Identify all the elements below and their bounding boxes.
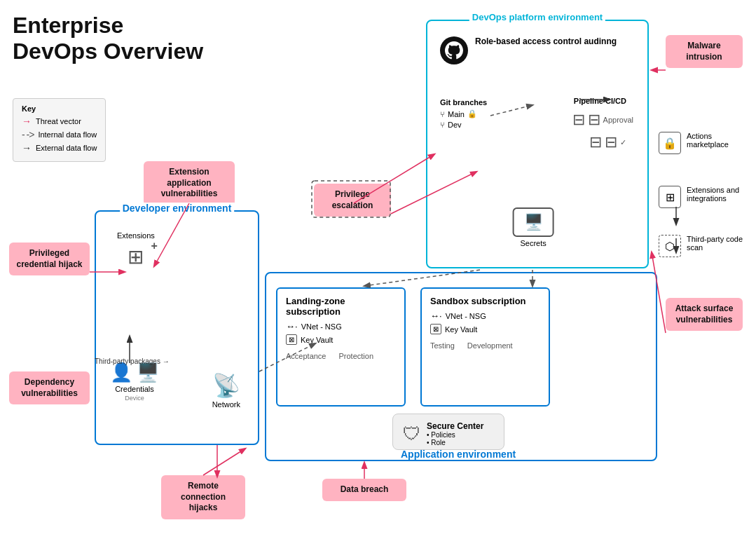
sandbox-keyvault: ⊠ Key Vault	[430, 324, 540, 334]
network-section: 📡 Network	[212, 372, 240, 409]
threat-dependency: Dependency vulnerabilities	[9, 371, 90, 404]
secure-center-policies: • Policies	[427, 431, 483, 439]
device-section: 👤 🖥️ Credentials Device	[110, 362, 159, 402]
third-party-code-scan: ⬡ Third-party code scan	[659, 235, 756, 257]
dev-branch: ⑂Dev	[440, 121, 487, 129]
page-title: Enterprise DevOps Overview	[13, 13, 203, 64]
devops-platform-environment: DevOps platform environment Role-based a…	[426, 20, 649, 268]
external-flow-icon: →	[22, 142, 32, 153]
application-environment: Application environment Landing-zone sub…	[265, 272, 657, 461]
landing-keyvault: ⊠ Key Vault	[286, 334, 396, 345]
legend-title: Key	[22, 104, 97, 113]
svg-line-7	[203, 449, 245, 475]
shield-icon: 🛡	[403, 423, 421, 445]
threat-data-breach: Data breach	[322, 479, 406, 501]
secure-center: 🛡 Secure Center • Policies • Role	[392, 414, 504, 450]
rbac-text: Role-based access control audinng	[475, 36, 617, 48]
pipeline-icons-top: ⊟ ⊟ Approval	[572, 111, 633, 129]
extensions-integrations-icon: ⊞	[659, 186, 681, 208]
landing-labels: Acceptance Protection	[286, 352, 396, 360]
pipeline-label: Pipeline CI/CD	[574, 97, 626, 105]
threat-attack-surface: Attack surface vulnerabilities	[666, 298, 743, 331]
pipeline-cylinder-1: ⊟	[572, 111, 585, 129]
main-branch: ⑂Main🔒	[440, 109, 487, 118]
pipeline-cylinder-3: ⊟	[589, 133, 602, 151]
actions-marketplace: 🔒 Actions marketplace	[659, 132, 756, 154]
landing-vnet: ↔· VNet - NSG	[286, 321, 396, 332]
threat-extension-app: Extension application vulnerabilities	[144, 161, 235, 205]
secure-center-role: • Role	[427, 439, 483, 446]
third-party-code-scan-icon: ⬡	[659, 235, 681, 257]
third-party-packages-label: Third-party packages →	[95, 357, 170, 365]
vnet-icon: ↔·	[286, 321, 298, 332]
keyvault-icon: ⊠	[286, 334, 297, 345]
secrets-icon: 🖥️	[524, 213, 543, 231]
sandbox-labels: Testing Development	[430, 341, 540, 350]
sandbox-keyvault-icon: ⊠	[430, 324, 441, 334]
sandbox-vnet: ↔· VNet - NSG	[430, 310, 540, 321]
sandbox-vnet-icon: ↔·	[430, 310, 442, 321]
threat-privileged-credential: Privileged credential hijack	[9, 243, 90, 275]
git-branches: Git branches ⑂Main🔒 ⑂Dev	[440, 98, 487, 129]
extensions-section: Extensions ⊞ +	[117, 231, 155, 271]
sandbox-subscription: Sandbox subscription ↔· VNet - NSG ⊠ Key…	[420, 287, 550, 407]
legend-threat-vector: → Threat vector	[22, 116, 97, 127]
rbac-section: Role-based access control audinng	[440, 36, 617, 64]
threat-vector-icon: →	[22, 116, 32, 127]
threat-privilege-escalation: Privilege escalation	[314, 184, 391, 217]
extensions-integrations: ⊞ Extensions and integrations	[659, 186, 756, 208]
secure-center-content: 🛡 Secure Center • Policies • Role	[403, 421, 494, 446]
pipeline-cylinder-2: ⊟	[588, 111, 600, 129]
threat-malware: Malware intrusion	[666, 35, 743, 68]
legend-internal-flow: - -> Internal data flow	[22, 129, 97, 140]
pipeline-icons-bottom: ⊟ ⊟ ✓	[589, 133, 626, 151]
github-logo	[440, 36, 468, 64]
internal-flow-icon: - ->	[22, 129, 34, 140]
extensions-icon: ⊞	[128, 245, 144, 268]
pipeline-cylinder-4: ⊟	[605, 133, 617, 151]
network-icon: 📡	[212, 373, 240, 398]
landing-zone-subscription: Landing-zone subscription ↔· VNet - NSG …	[276, 287, 406, 407]
actions-marketplace-icon: 🔒	[659, 132, 681, 154]
threat-remote-connection: Remote connection hijacks	[161, 475, 245, 519]
legend-box: Key → Threat vector - -> Internal data f…	[13, 98, 106, 162]
legend-external-flow: → External data flow	[22, 142, 97, 153]
developer-environment: Developer environment Extensions ⊞ + 👤 🖥…	[95, 210, 259, 445]
secrets-section: 🖥️ Secrets	[513, 207, 554, 247]
